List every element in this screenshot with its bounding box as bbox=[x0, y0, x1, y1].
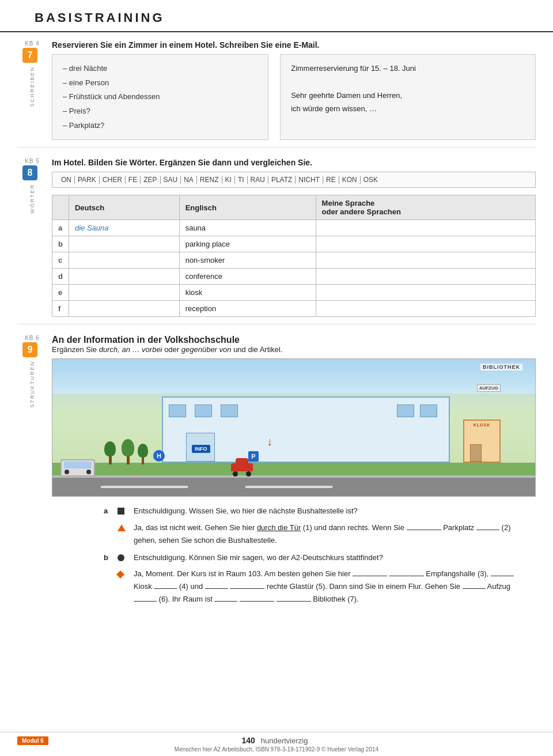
table-header-empty bbox=[52, 195, 69, 220]
row-c-other bbox=[316, 252, 535, 269]
kiosk-building: KLOSK bbox=[463, 419, 501, 463]
table-row: d conference bbox=[52, 269, 536, 285]
exercise9-illustration: INFO ↓ BIBLIOTHEK AUFZUG KLOSK bbox=[52, 358, 536, 497]
table-row: c non-smoker bbox=[52, 252, 536, 269]
exercise8-number: 8 bbox=[22, 165, 37, 180]
table-row: a die Sauna sauna bbox=[52, 220, 536, 236]
blank-2f bbox=[230, 581, 264, 589]
page-title: BASISTRAINING bbox=[35, 10, 530, 25]
modul-badge: Modul 6 bbox=[17, 736, 48, 745]
dialog-a-text1: Entschuldigung. Wissen Sie, wo hier die … bbox=[134, 505, 518, 517]
exercise9-number: 9 bbox=[22, 342, 37, 357]
blank-2h bbox=[134, 594, 157, 602]
tree1 bbox=[104, 441, 116, 464]
row-d-letter: d bbox=[52, 269, 69, 285]
exercise8-vertical-label: WÖRTER bbox=[29, 184, 35, 214]
blank-2i bbox=[214, 594, 237, 602]
chip-KI: KI bbox=[222, 176, 235, 184]
blank-2g bbox=[463, 581, 486, 589]
row-c-letter: c bbox=[52, 252, 69, 269]
page-container: BASISTRAINING KB 4 7 SCHREIBEN Reservier… bbox=[0, 0, 553, 756]
sidewalk bbox=[52, 475, 535, 478]
dialog-letter-a: a bbox=[104, 505, 112, 517]
bullet-item-5: – Parkplatz? bbox=[63, 119, 257, 133]
tree3 bbox=[138, 444, 148, 464]
table-header-englisch: Englisch bbox=[179, 195, 316, 220]
exercise7-bullet-box: – drei Nächte – eine Person – Frühstück … bbox=[52, 54, 268, 140]
marker-diamond-b bbox=[118, 569, 130, 581]
page-footer: Modul 6 140 hundertvierzig Menschen hier… bbox=[0, 732, 553, 756]
dialog-row-b1: b Entschuldigung. Können Sie mir sagen, … bbox=[104, 551, 518, 565]
separator2 bbox=[17, 324, 536, 324]
kiosk-label-inner: KLOSK bbox=[474, 423, 491, 427]
row-b-englisch: parking place bbox=[179, 236, 316, 252]
underline-durch: durch die Tür bbox=[257, 523, 301, 532]
exercise7-section: KB 4 7 SCHREIBEN Reservieren Sie ein Zim… bbox=[0, 32, 553, 145]
blank-2j bbox=[240, 594, 274, 602]
exercise7-content: Reservieren Sie ein Zimmer in einem Hote… bbox=[52, 40, 536, 140]
exercise9-kb: KB 6 bbox=[25, 335, 40, 341]
chip-ON: ON bbox=[58, 176, 75, 184]
footer-copyright: Menschen hier A2 Arbeitsbuch, ISBN 978-3… bbox=[175, 746, 378, 753]
row-b-deutsch bbox=[69, 236, 179, 252]
exercise8-kb: KB 5 bbox=[25, 158, 40, 164]
text-line-3: ich würde gern wissen, … bbox=[291, 102, 525, 115]
blank-1b bbox=[476, 522, 499, 530]
exercise7-boxes: – drei Nächte – eine Person – Frühstück … bbox=[52, 54, 536, 140]
blank-2k bbox=[276, 594, 311, 602]
dialog-section-a: a Entschuldigung. Wissen Sie, wo hier di… bbox=[52, 505, 536, 606]
blank-2a bbox=[353, 568, 387, 576]
footer-top: Modul 6 140 hundertvierzig bbox=[17, 736, 536, 745]
chip-PLATZ: PLATZ bbox=[268, 176, 296, 184]
table-header-deutsch: Deutsch bbox=[69, 195, 179, 220]
exercise7-text-box: Zimmerreservierung für 15. – 18. Juni Se… bbox=[280, 54, 536, 140]
chip-SAU: SAU bbox=[161, 176, 181, 184]
exercise8-section: KB 5 8 WÖRTER Im Hotel. Bilden Sie Wörte… bbox=[0, 150, 553, 322]
exercise9-section: KB 6 9 STRUKTUREN An der Information in … bbox=[0, 327, 553, 615]
row-d-other bbox=[316, 269, 535, 285]
row-f-deutsch bbox=[69, 301, 179, 317]
marker-square-a bbox=[118, 506, 130, 519]
row-a-other bbox=[316, 220, 535, 236]
chip-RAU: RAU bbox=[248, 176, 268, 184]
blank-2e bbox=[205, 581, 228, 589]
footer-page-text: hundertvierzig bbox=[261, 736, 308, 745]
aufzug-label: AUFZUG bbox=[477, 384, 501, 392]
page-header: BASISTRAINING bbox=[0, 0, 553, 32]
row-f-other bbox=[316, 301, 535, 317]
exercise7-kb: KB 4 bbox=[25, 40, 40, 47]
road-line2 bbox=[245, 486, 332, 488]
bibliothek-label: BIBLIOTHEK bbox=[480, 364, 522, 371]
row-d-deutsch bbox=[69, 269, 179, 285]
row-e-other bbox=[316, 285, 535, 301]
dialog-row-b2: Ja, Moment. Der Kurs ist in Raum 103. Am… bbox=[104, 568, 518, 606]
bullet-item-1: – drei Nächte bbox=[63, 62, 257, 76]
arrow-sign: ↓ bbox=[267, 436, 272, 447]
dialog-b-text1: Entschuldigung. Können Sie mir sagen, wo… bbox=[134, 551, 518, 564]
exercise9-left: KB 6 9 STRUKTUREN bbox=[17, 335, 52, 610]
exercise9-title: An der Information in der Volkshochschul… bbox=[52, 335, 536, 345]
row-a-letter: a bbox=[52, 220, 69, 236]
blank-1a bbox=[407, 522, 441, 530]
chip-CHER: CHER bbox=[100, 176, 126, 184]
tree2 bbox=[122, 439, 134, 464]
dialog-a-text2: Ja, das ist nicht weit. Gehen Sie hier d… bbox=[134, 521, 518, 547]
footer-page-number: 140 bbox=[241, 736, 255, 745]
info-sign: INFO bbox=[192, 445, 210, 453]
exercise9-subtitle: Ergänzen Sie durch, an … vorbei oder geg… bbox=[52, 345, 536, 354]
exercise8-left: KB 5 8 WÖRTER bbox=[17, 158, 52, 317]
exercise7-vertical-label: SCHREIBEN bbox=[29, 66, 35, 107]
table-row: e kiosk bbox=[52, 285, 536, 301]
chip-NA: NA bbox=[181, 176, 197, 184]
row-e-englisch: kiosk bbox=[179, 285, 316, 301]
chip-KON: KON bbox=[339, 176, 361, 184]
square-icon bbox=[118, 508, 124, 515]
diamond-icon bbox=[116, 570, 124, 579]
row-c-englisch: non-smoker bbox=[179, 252, 316, 269]
bullet-item-4: – Preis? bbox=[63, 104, 257, 119]
triangle-icon bbox=[118, 524, 126, 531]
row-f-englisch: reception bbox=[179, 301, 316, 317]
marker-triangle-a bbox=[118, 523, 130, 535]
exercise8-content: Im Hotel. Bilden Sie Wörter. Ergänzen Si… bbox=[52, 158, 536, 317]
table-row: f reception bbox=[52, 301, 536, 317]
